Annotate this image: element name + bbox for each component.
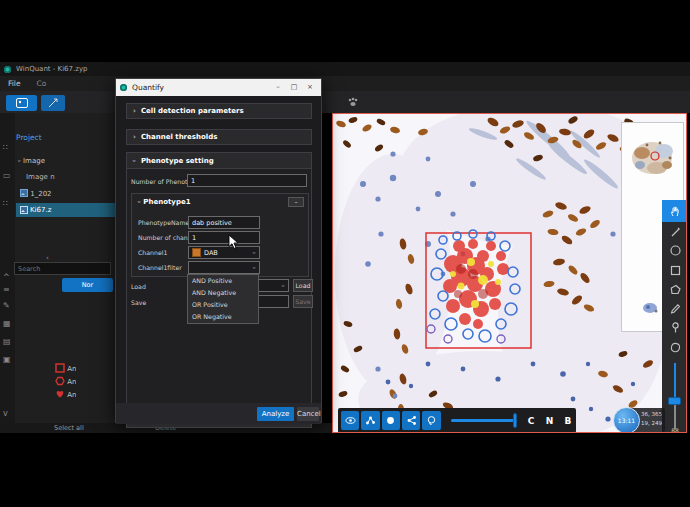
save-button[interactable]: Save xyxy=(293,295,313,308)
tab-project[interactable]: Project xyxy=(16,133,42,142)
quantify-dialog: Quantify – □ × › Cell detection paramete… xyxy=(115,78,322,423)
ellipse-icon xyxy=(669,244,682,257)
app-title: WinQuant - Ki67.zyp xyxy=(16,65,87,73)
channel-n-button[interactable]: N xyxy=(541,416,557,426)
section-cell-detection[interactable]: › Cell detection parameters xyxy=(126,103,312,119)
channel1-select[interactable]: DAB › xyxy=(188,246,260,259)
channel1-filter-select[interactable]: › xyxy=(188,261,260,274)
app-titlebar: WinQuant - Ki67.zyp xyxy=(0,62,690,76)
polygon-tool-button[interactable] xyxy=(662,280,687,299)
tree-node-label: Image xyxy=(23,157,45,165)
polygon-icon xyxy=(669,283,682,296)
chevron-down-icon: › xyxy=(135,201,143,204)
menu-file[interactable]: File xyxy=(8,79,21,88)
left-icon-strip: ∷ ▭ ∷ ^ ≡ ✎ ▦ ▤ ▣ v xyxy=(0,113,15,423)
close-icon[interactable]: × xyxy=(303,82,317,93)
left-panel: ∷ ▭ ∷ ^ ≡ ✎ ▦ ▤ ▣ v Project › Image Imag… xyxy=(0,113,115,423)
second-tool-button[interactable] xyxy=(41,95,65,111)
rectangle-icon xyxy=(669,264,682,277)
point-button[interactable] xyxy=(382,411,400,430)
annotation-label: An xyxy=(67,365,76,373)
phenotype1-header[interactable]: › Phenotype1 xyxy=(138,198,191,206)
tray-icon[interactable]: ▭ xyxy=(3,171,11,180)
channel-c-button[interactable]: C xyxy=(523,416,539,426)
dots2-icon[interactable]: ∷ xyxy=(3,199,8,208)
page-icon[interactable]: ▤ xyxy=(3,337,11,346)
chevron-right-icon: › xyxy=(133,107,136,115)
phenotype-section-header[interactable]: › Phenotype setting xyxy=(127,153,311,169)
slider-handle[interactable] xyxy=(668,397,681,405)
select-value: DAB xyxy=(204,249,218,257)
app-toolbar xyxy=(0,91,690,113)
screen: WinQuant - Ki67.zyp File Co ∷ ▭ ∷ ^ ≡ ✎ … xyxy=(0,0,690,507)
annotation-row-hexagon[interactable]: An xyxy=(55,376,76,386)
pen-icon xyxy=(669,225,682,238)
phenotype-name-label: PhenotypeName xyxy=(138,219,189,226)
zoom-slider-vertical[interactable] xyxy=(662,361,687,425)
pen-tool-button[interactable] xyxy=(662,222,687,241)
dropdown-option[interactable]: AND Negative xyxy=(188,287,258,299)
tree-node-image[interactable]: › Image xyxy=(18,157,45,165)
back-icon[interactable]: ‹ xyxy=(46,254,49,262)
share-button[interactable] xyxy=(402,411,420,430)
hand-icon xyxy=(669,205,682,218)
image-panel-button[interactable] xyxy=(6,95,37,111)
overlay-opacity-slider[interactable] xyxy=(449,411,521,430)
eraser-tool-button[interactable] xyxy=(662,338,687,357)
cancel-button[interactable]: Cancel xyxy=(297,407,319,421)
sliders-icon[interactable]: ≡ xyxy=(3,285,10,294)
slider-fill xyxy=(451,419,517,422)
tree-item-2-selected[interactable]: Ki67.z xyxy=(16,203,115,217)
annotation-row-heart[interactable]: An xyxy=(55,389,76,399)
grid-icon[interactable]: ▦ xyxy=(3,319,11,328)
tree-item-1[interactable]: 1_202 xyxy=(20,189,52,198)
edit-icon[interactable]: ✎ xyxy=(3,301,10,310)
tree-group-label: Image n xyxy=(26,173,55,181)
lasso-button[interactable] xyxy=(422,411,440,430)
dots-icon[interactable]: ∷ xyxy=(3,143,8,152)
thumbnail-icon xyxy=(20,189,28,197)
zoom-badge[interactable]: 13:11 xyxy=(613,407,640,433)
analyze-button[interactable]: Analyze xyxy=(257,407,294,421)
brush-tool-button[interactable] xyxy=(662,299,687,318)
dropdown-option[interactable]: OR Positive xyxy=(188,299,258,311)
pan-tool-button[interactable] xyxy=(662,200,687,222)
graph-icon xyxy=(365,415,376,426)
visibility-button[interactable] xyxy=(341,411,359,430)
phenotype1-group: › Phenotype1 – PhenotypeName Number of c… xyxy=(131,193,309,277)
search-input[interactable] xyxy=(14,262,111,275)
dialog-footer-bar: Analyze Cancel xyxy=(116,403,321,424)
expand-icon: › xyxy=(18,160,23,163)
dropdown-option[interactable]: OR Negative xyxy=(188,311,258,323)
qr-icon[interactable]: ▣ xyxy=(3,355,11,364)
load-button[interactable]: Load xyxy=(293,279,313,292)
select-all-button[interactable]: Select all xyxy=(54,424,84,432)
rectangle-tool-button[interactable] xyxy=(662,261,687,280)
maximize-icon[interactable]: □ xyxy=(287,82,301,93)
image-viewer[interactable]: 88 C N B xyxy=(332,113,687,433)
dialog-logo-icon xyxy=(120,84,127,91)
num-phenotypes-input[interactable] xyxy=(187,174,307,187)
collapse-down-icon[interactable]: v xyxy=(3,409,8,418)
pin-tool-button[interactable] xyxy=(662,318,687,337)
dropdown-option[interactable]: AND Positive xyxy=(188,275,258,287)
ellipse-tool-button[interactable] xyxy=(662,241,687,260)
viewer-bottom-toolbar: C N B xyxy=(338,408,576,433)
rect-annotation-icon xyxy=(55,363,65,373)
phenotype-name-input[interactable] xyxy=(188,216,260,229)
collapse-up-icon[interactable]: ^ xyxy=(3,273,10,282)
section-channel-thresholds[interactable]: › Channel thresholds xyxy=(126,129,312,145)
channel-b-button[interactable]: B xyxy=(560,416,576,426)
channel-count-input[interactable] xyxy=(188,231,260,244)
normal-button[interactable]: Nor xyxy=(62,278,113,292)
annotation-row-rect[interactable]: An xyxy=(55,363,76,373)
dialog-titlebar[interactable]: Quantify – □ × xyxy=(116,79,321,96)
remove-phenotype-button[interactable]: – xyxy=(288,197,304,207)
graph-button[interactable] xyxy=(361,411,379,430)
menu-second[interactable]: Co xyxy=(37,79,47,88)
paw-icon[interactable] xyxy=(347,97,359,108)
section-label: Channel thresholds xyxy=(141,133,217,141)
tree-item-label: 1_202 xyxy=(30,190,51,198)
slider-handle[interactable] xyxy=(513,413,517,428)
minimize-icon[interactable]: – xyxy=(271,82,285,93)
